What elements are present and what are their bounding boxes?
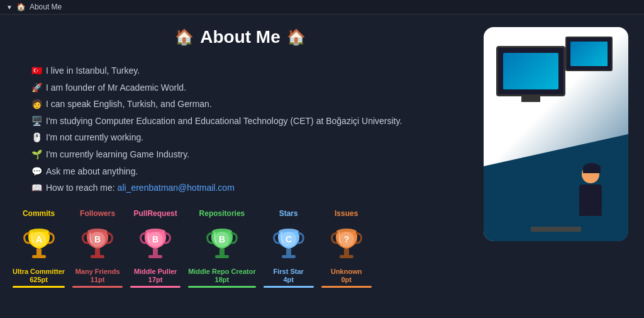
person-icon: 🧑 (31, 96, 42, 113)
trophy-icon: B (75, 220, 119, 264)
trophy-icon: B (133, 220, 177, 264)
badge-underline (13, 286, 65, 288)
badge-label: Unknown (331, 267, 362, 276)
computer-icon: 🖥️ (31, 113, 42, 130)
badge-item: Issues ? Unknown0pt (321, 209, 372, 288)
svg-rect-6 (95, 249, 100, 255)
svg-rect-11 (153, 249, 158, 255)
list-text: I'm currently learning Game Industry. (46, 146, 189, 163)
badge-label: Middle Puller (134, 267, 177, 276)
svg-text:C: C (286, 234, 292, 244)
list-item: 🇹🇷 I live in Istanbul, Turkey. (31, 62, 468, 79)
svg-text:A: A (36, 234, 42, 244)
title-bar-icon: 🏠 (16, 3, 26, 11)
main-content: 🏠 About Me 🏠 🇹🇷 I live in Istanbul, Turk… (0, 14, 644, 294)
list-item: 🧑 I can speak English, Turkish, and Germ… (31, 96, 468, 113)
list-item: 🚀 I am founder of Mr Academic World. (31, 79, 468, 96)
list-text: I live in Istanbul, Turkey. (46, 62, 140, 79)
svg-rect-21 (286, 249, 291, 255)
svg-rect-7 (91, 255, 104, 258)
right-panel (480, 27, 631, 288)
list-text: Ask me about anything. (46, 163, 138, 180)
svg-rect-22 (282, 255, 296, 258)
badge-item: Commits A Ultra Committer625pt (13, 209, 65, 288)
title-bar-label: About Me (30, 3, 62, 11)
expand-arrow[interactable]: ▼ (6, 4, 13, 11)
mouse-icon: 🖱️ (31, 129, 42, 146)
badges-section: Commits A Ultra Committer625ptFollowers … (13, 209, 468, 288)
svg-rect-16 (219, 249, 225, 255)
svg-rect-12 (148, 255, 162, 258)
about-list: 🇹🇷 I live in Istanbul, Turkey. 🚀 I am fo… (13, 62, 468, 196)
badge-label: Many Friends (75, 267, 120, 276)
person-body (579, 185, 602, 216)
svg-text:B: B (152, 234, 158, 244)
heading-text: About Me (200, 27, 280, 47)
seedling-icon: 🌱 (31, 146, 42, 163)
left-panel: 🏠 About Me 🏠 🇹🇷 I live in Istanbul, Turk… (13, 27, 468, 288)
badge-title: Followers (80, 209, 115, 218)
badge-label: First Star (274, 267, 304, 276)
rocket-icon: 🚀 (31, 79, 42, 96)
list-item: 💬 Ask me about anything. (31, 163, 468, 180)
badge-item: Repositories B Middle Repo Creator18pt (188, 209, 256, 288)
title-bar: ▼ 🏠 About Me (0, 0, 644, 14)
svg-text:?: ? (343, 234, 349, 244)
small-monitor (565, 37, 613, 71)
list-text: I'm not currently working. (46, 129, 143, 146)
large-monitor (496, 46, 565, 96)
svg-rect-2 (32, 255, 46, 258)
badge-underline (188, 286, 256, 288)
list-item: 🌱 I'm currently learning Game Industry. (31, 146, 468, 163)
badge-label: Ultra Committer (13, 267, 65, 276)
badge-underline (130, 286, 180, 288)
list-text: I'm studying Computer Education and Educ… (46, 113, 402, 130)
svg-rect-26 (344, 249, 349, 255)
svg-text:B: B (219, 234, 225, 244)
list-text: I am founder of Mr Academic World. (46, 79, 186, 96)
trophy-icon: ? (325, 220, 369, 264)
badge-item: Followers B Many Friends11pt (72, 209, 123, 288)
list-text: I can speak English, Turkish, and German… (46, 96, 212, 113)
trophy-icon: C (267, 220, 311, 264)
person-head (582, 166, 599, 183)
badge-points: 4pt (283, 276, 294, 283)
svg-rect-1 (36, 249, 42, 255)
badge-underline (264, 286, 314, 288)
badge-points: 17pt (148, 276, 163, 283)
heading-right-icon: 🏠 (287, 28, 306, 46)
trophy-icon: B (200, 220, 244, 264)
book-icon: 📖 (31, 179, 42, 196)
badge-item: PullRequest B Middle Puller17pt (130, 209, 180, 288)
badge-label: Middle Repo Creator (188, 267, 256, 276)
developer-illustration (484, 27, 628, 241)
badge-underline (321, 286, 372, 288)
list-item: 🖥️ I'm studying Computer Education and E… (31, 113, 468, 130)
svg-text:B: B (94, 234, 101, 244)
badge-points: 625pt (30, 276, 48, 283)
speech-icon: 💬 (31, 163, 42, 180)
svg-rect-27 (340, 255, 353, 258)
badge-title: Repositories (199, 209, 245, 218)
list-item: 🖱️ I'm not currently working. (31, 129, 468, 146)
trophy-icon: A (17, 220, 61, 264)
page-heading: 🏠 About Me 🏠 (13, 27, 468, 47)
flag-turkey-icon: 🇹🇷 (31, 62, 42, 79)
list-item: 📖 How to reach me: ali_erenbatman@hotmai… (31, 179, 468, 196)
badge-points: 18pt (215, 276, 230, 283)
badge-title: Issues (335, 209, 358, 218)
badge-points: 0pt (341, 276, 352, 283)
svg-rect-17 (215, 255, 229, 258)
badge-title: PullRequest (133, 209, 177, 218)
badge-item: Stars C First Star4pt (264, 209, 314, 288)
badge-points: 11pt (91, 276, 105, 283)
email-link[interactable]: ali_erenbatman@hotmail.com (118, 183, 235, 193)
badge-underline (72, 286, 123, 288)
heading-left-icon: 🏠 (175, 28, 194, 46)
badge-title: Commits (23, 209, 55, 218)
badge-title: Stars (279, 209, 298, 218)
person-figure (572, 166, 609, 229)
list-text: How to reach me: ali_erenbatman@hotmail.… (46, 179, 235, 196)
